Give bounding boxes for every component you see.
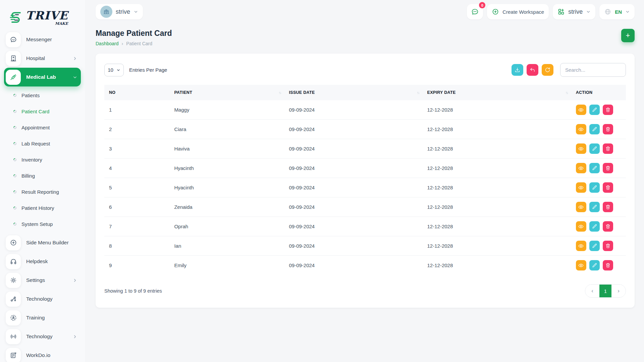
language-switcher[interactable]: EN [599,4,635,19]
column-label: EXPIRY DATE [427,90,456,95]
app-switcher[interactable]: strive [553,4,595,19]
delete-button[interactable] [603,221,613,232]
sort-icon[interactable]: ↑↓ [566,90,568,95]
notification-badge: 0 [479,2,485,8]
delete-button[interactable] [603,105,613,115]
breadcrumb-dashboard-link[interactable]: Dashboard [96,41,119,46]
patient-card-table: NOPATIENT↑↓ISSUE DATE↑↓EXPIRY DATE↑↓ACTI… [104,85,626,275]
headset-icon [6,254,21,269]
sidebar-item-side-menu-builder[interactable]: Side Menu Builder [4,233,81,252]
sidebar-subitem-inventory[interactable]: Inventory [4,152,81,168]
edit-button[interactable] [589,202,600,212]
cell-expiry_date: 12-12-2028 [423,197,571,217]
entries-per-page-label: Entries Per Page [129,67,167,73]
sidebar-subitem-system-setup[interactable]: System Setup [4,216,81,232]
sidebar-subitem-appointment[interactable]: Appointment [4,119,81,135]
hospital-icon [6,51,21,66]
edit-button[interactable] [589,182,600,193]
view-button[interactable] [576,105,586,115]
sidebar-subitem-label: Appointment [21,125,50,130]
cell-patient: Oprah [169,217,284,236]
pagination-page-1[interactable]: 1 [599,285,611,297]
sort-icon[interactable]: ↑↓ [417,90,419,95]
sidebar-item-label: Technology [26,334,52,340]
cell-patient: Hyacinth [169,159,284,178]
view-button[interactable] [576,143,586,154]
cell-issue_date: 09-09-2024 [284,159,422,178]
edit-button[interactable] [589,124,600,134]
sidebar-item-workdo-io[interactable]: WorkDo.io [4,346,81,362]
pencil-icon [592,165,597,171]
eye-icon [578,243,584,249]
brand-logo[interactable]: TRIVE MAKE [0,3,85,25]
cell-no: 4 [104,159,169,178]
cell-patient: Hyacinth [169,178,284,197]
sidebar-item-messenger[interactable]: Messenger [4,30,81,49]
delete-button[interactable] [603,143,613,154]
edit-button[interactable] [589,143,600,154]
delete-button[interactable] [603,260,613,270]
pencil-icon [592,262,597,268]
pagination-prev-button[interactable]: ‹ [585,285,599,297]
cell-issue_date: 09-09-2024 [284,100,422,120]
sidebar-subitem-billing[interactable]: Billing [4,168,81,184]
sidebar-item-medical-lab[interactable]: Medical Lab [4,68,81,86]
download-icon [514,67,521,73]
view-button[interactable] [576,241,586,251]
sidebar-subitem-patient-history[interactable]: Patient History [4,200,81,216]
cell-actions [571,120,626,139]
cell-no: 1 [104,100,169,120]
search-input[interactable] [560,63,626,77]
workspace-switcher[interactable]: strive [96,4,143,19]
view-button[interactable] [576,221,586,232]
sidebar-item-settings[interactable]: Settings [4,271,81,290]
sidebar-item-training[interactable]: Training [4,308,81,327]
sidebar-subitem-patient-card[interactable]: Patient Card [4,103,81,119]
topbar: strive 0 Create Workspace [96,0,635,23]
messages-button[interactable]: 0 [467,4,483,19]
table-row: 2Ciara09-09-202412-12-2028 [104,120,626,139]
edit-button[interactable] [589,105,600,115]
edit-button[interactable] [589,241,600,251]
trash-icon [605,107,611,113]
delete-button[interactable] [603,163,613,173]
pagination-next-button[interactable]: › [611,285,626,297]
sidebar-subitem-lab-request[interactable]: Lab Request [4,135,81,152]
edit-button[interactable] [589,221,600,232]
brand-name: TRIVE [25,10,68,21]
entries-per-page-select[interactable]: 10 [104,64,124,76]
gear-icon [6,273,21,288]
view-button[interactable] [576,182,586,193]
edit-button[interactable] [589,260,600,270]
add-patient-card-button[interactable]: + [621,29,635,42]
sidebar-item-helpdesk[interactable]: Helpdesk [4,252,81,271]
sidebar-subitem-patients[interactable]: Patients [4,87,81,103]
view-button[interactable] [576,163,586,173]
pencil-icon [592,185,597,190]
view-button[interactable] [576,124,586,134]
column-header-expiry_date[interactable]: EXPIRY DATE↑↓ [423,85,571,100]
view-button[interactable] [576,202,586,212]
undo-button[interactable] [527,64,538,76]
refresh-button[interactable] [542,64,553,76]
delete-button[interactable] [603,202,613,212]
language-label: EN [615,9,622,15]
column-header-patient[interactable]: PATIENT↑↓ [169,85,284,100]
sort-icon[interactable]: ↑↓ [278,90,281,95]
sidebar-item-technology-2[interactable]: Technology [4,327,81,346]
sidebar-subitem-result-reporting[interactable]: Result Reporting [4,184,81,200]
sidebar-item-label: Side Menu Builder [26,240,69,246]
create-workspace-button[interactable]: Create Workspace [487,4,549,19]
column-header-issue_date[interactable]: ISSUE DATE↑↓ [284,85,422,100]
syringe-icon [6,70,21,85]
edit-button[interactable] [589,163,600,173]
delete-button[interactable] [603,241,613,251]
cell-no: 8 [104,236,169,256]
sidebar-item-technology[interactable]: Technology [4,290,81,308]
sidebar-item-hospital[interactable]: Hospital [4,49,81,68]
download-button[interactable] [512,64,523,76]
view-button[interactable] [576,260,586,270]
delete-button[interactable] [603,182,613,193]
delete-button[interactable] [603,124,613,134]
sidebar-item-label: WorkDo.io [26,352,50,358]
